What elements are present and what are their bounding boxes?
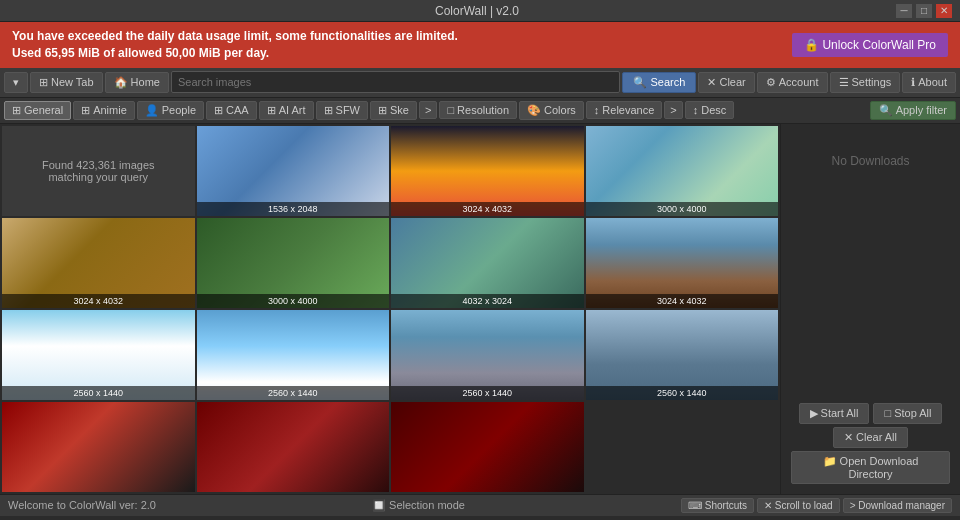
ske-filter-icon: ⊞ (378, 104, 387, 117)
download-manager-button[interactable]: > Download manager (843, 498, 952, 513)
start-all-button[interactable]: ▶ Start All (799, 403, 870, 424)
image-card[interactable]: 3024 x 4032 (391, 126, 584, 216)
people-filter-icon: 👤 (145, 104, 159, 117)
image-size-label: 4032 x 3024 (391, 294, 584, 308)
ai-art-filter-icon: ⊞ (267, 104, 276, 117)
image-card[interactable]: 2560 x 1440 (2, 310, 195, 400)
image-grid[interactable]: Found 423,361 imagesmatching your query … (0, 124, 780, 494)
filter-people[interactable]: 👤 People (137, 101, 204, 120)
filter-bar: ⊞ General ⊞ Animie 👤 People ⊞ CAA ⊞ AI A… (0, 98, 960, 124)
no-downloads-label: No Downloads (831, 154, 909, 168)
stop-all-button[interactable]: □ Stop All (873, 403, 942, 424)
image-grid-container: Found 423,361 imagesmatching your query … (2, 126, 778, 492)
image-card[interactable] (197, 402, 390, 492)
apply-filter-button[interactable]: 🔍 Apply filter (870, 101, 956, 120)
clear-all-row: ✕ Clear All (791, 427, 950, 448)
selection-mode-item: 🔲 Selection mode (372, 499, 465, 512)
right-panel: No Downloads ▶ Start All □ Stop All ✕ Cl… (780, 124, 960, 494)
image-card[interactable]: 2560 x 1440 (586, 310, 779, 400)
image-size-label: 3000 x 4000 (586, 202, 779, 216)
image-card[interactable] (2, 402, 195, 492)
colors-icon: 🎨 (527, 104, 541, 117)
status-bar: Welcome to ColorWall ver: 2.0 🔲 Selectio… (0, 494, 960, 516)
filter-colors[interactable]: 🎨 Colors (519, 101, 584, 120)
clear-button[interactable]: ✕ Clear (698, 72, 754, 93)
image-size-label: 1536 x 2048 (197, 202, 390, 216)
unlock-pro-button[interactable]: 🔒 Unlock ColorWall Pro (792, 33, 948, 57)
filter-ske[interactable]: ⊞ Ske (370, 101, 417, 120)
new-tab-icon: ⊞ (39, 76, 48, 89)
result-count-text: Found 423,361 imagesmatching your query (42, 159, 155, 183)
filter-animie[interactable]: ⊞ Animie (73, 101, 135, 120)
image-size-label: 2560 x 1440 (391, 386, 584, 400)
image-size-label: 2560 x 1440 (197, 386, 390, 400)
image-card[interactable]: 2560 x 1440 (391, 310, 584, 400)
account-icon: ⚙ (766, 76, 776, 89)
dropdown-arrow-button[interactable]: ▾ (4, 72, 28, 93)
filter-general[interactable]: ⊞ General (4, 101, 71, 120)
search-button[interactable]: 🔍 Search (622, 72, 696, 93)
download-buttons-row: ▶ Start All □ Stop All (791, 403, 950, 424)
desc-icon: ↕ (693, 104, 699, 116)
status-right: ⌨ Shortcuts ✕ Scroll to load > Download … (681, 498, 952, 513)
general-filter-icon: ⊞ (12, 104, 21, 117)
toolbar: ▾ ⊞ New Tab 🏠 Home 🔍 Search ✕ Clear ⚙ Ac… (0, 68, 960, 98)
image-card[interactable]: 4032 x 3024 (391, 218, 584, 308)
warning-text: You have exceeded the daily data usage l… (12, 28, 458, 62)
settings-button[interactable]: ☰ Settings (830, 72, 901, 93)
close-button[interactable]: ✕ (936, 4, 952, 18)
open-download-directory-button[interactable]: 📁 Open Download Directory (791, 451, 950, 484)
filter-more2-button[interactable]: > (664, 101, 682, 119)
maximize-button[interactable]: □ (916, 4, 932, 18)
account-button[interactable]: ⚙ Account (757, 72, 828, 93)
settings-icon: ☰ (839, 76, 849, 89)
welcome-text: Welcome to ColorWall ver: 2.0 (8, 499, 156, 511)
home-button[interactable]: 🏠 Home (105, 72, 169, 93)
image-card[interactable]: 3024 x 4032 (586, 218, 779, 308)
new-tab-button[interactable]: ⊞ New Tab (30, 72, 103, 93)
image-card[interactable]: 3024 x 4032 (2, 218, 195, 308)
selection-mode-text: 🔲 Selection mode (372, 499, 465, 512)
open-dir-row: 📁 Open Download Directory (791, 451, 950, 484)
filter-desc[interactable]: ↕ Desc (685, 101, 735, 119)
search-icon: 🔍 (633, 76, 647, 88)
sfw-filter-icon: ⊞ (324, 104, 333, 117)
filter-resolution[interactable]: □ Resolution (439, 101, 517, 119)
title-bar: ColorWall | v2.0 ─ □ ✕ (0, 0, 960, 22)
clear-all-button[interactable]: ✕ Clear All (833, 427, 908, 448)
main-content: Found 423,361 imagesmatching your query … (0, 124, 960, 494)
caa-filter-icon: ⊞ (214, 104, 223, 117)
filter-sfw[interactable]: ⊞ SFW (316, 101, 368, 120)
image-size-label: 3024 x 4032 (2, 294, 195, 308)
filter-caa[interactable]: ⊞ CAA (206, 101, 257, 120)
filter-ai-art[interactable]: ⊞ AI Art (259, 101, 314, 120)
image-card[interactable]: 1536 x 2048 (197, 126, 390, 216)
image-card[interactable]: 3000 x 4000 (586, 126, 779, 216)
scroll-to-load-button[interactable]: ✕ Scroll to load (757, 498, 840, 513)
image-size-label: 2560 x 1440 (2, 386, 195, 400)
app-title: ColorWall | v2.0 (58, 4, 896, 18)
resolution-icon: □ (447, 104, 454, 116)
home-icon: 🏠 (114, 76, 128, 89)
window-controls: ─ □ ✕ (896, 4, 952, 18)
result-info: Found 423,361 imagesmatching your query (2, 126, 195, 216)
download-controls: ▶ Start All □ Stop All ✕ Clear All 📁 Ope… (791, 403, 950, 484)
image-card[interactable] (391, 402, 584, 492)
image-size-label: 3024 x 4032 (586, 294, 779, 308)
shortcuts-button[interactable]: ⌨ Shortcuts (681, 498, 754, 513)
warning-banner: You have exceeded the daily data usage l… (0, 22, 960, 68)
search-input[interactable] (171, 71, 621, 93)
minimize-button[interactable]: ─ (896, 4, 912, 18)
image-card[interactable]: 2560 x 1440 (197, 310, 390, 400)
image-size-label: 3000 x 4000 (197, 294, 390, 308)
relevance-icon: ↕ (594, 104, 600, 116)
filter-relevance[interactable]: ↕ Relevance (586, 101, 662, 119)
filter-more-button[interactable]: > (419, 101, 437, 119)
animie-filter-icon: ⊞ (81, 104, 90, 117)
image-card[interactable]: 3000 x 4000 (197, 218, 390, 308)
apply-filter-icon: 🔍 (879, 104, 893, 116)
about-icon: ℹ (911, 76, 915, 89)
clear-x-icon: ✕ (707, 76, 716, 88)
about-button[interactable]: ℹ About (902, 72, 956, 93)
image-size-label: 2560 x 1440 (586, 386, 779, 400)
